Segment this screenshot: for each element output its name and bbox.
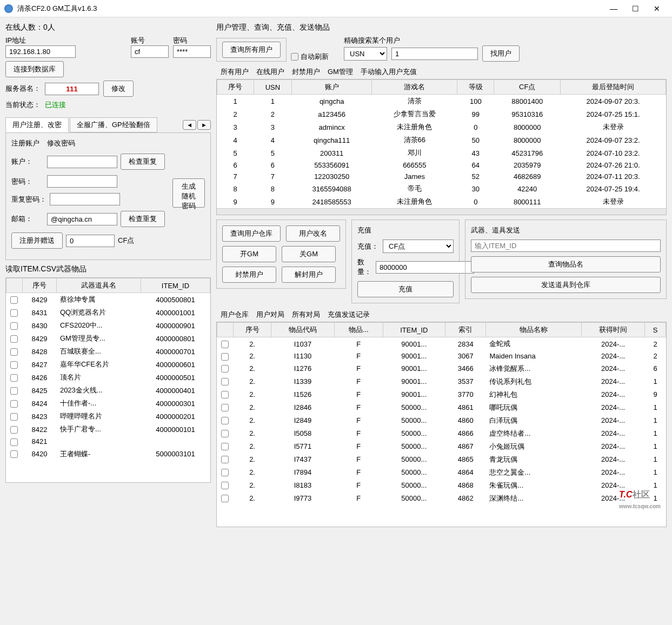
warehouse-row[interactable]: 2.I1130F90001...3067Maiden Insana2024-..…: [217, 350, 666, 362]
tab-prev-button[interactable]: ◄: [183, 120, 196, 130]
minimize-button[interactable]: —: [603, 1, 624, 16]
recharge-button[interactable]: 充值: [357, 281, 454, 297]
warehouse-tab[interactable]: 所有对局: [292, 310, 320, 320]
modify-button[interactable]: 修改: [103, 81, 134, 97]
row-checkbox[interactable]: [221, 341, 229, 348]
row-checkbox[interactable]: [221, 404, 229, 411]
warehouse-tab[interactable]: 用户对局: [256, 310, 284, 320]
close-button[interactable]: ✕: [646, 1, 668, 16]
warehouse-row[interactable]: 2.I9773F50000...4862深渊终结...2024-...1: [217, 492, 666, 505]
warehouse-row[interactable]: 2.I7437F50000...4865青龙玩偶2024-...1: [217, 453, 666, 466]
row-checkbox[interactable]: [221, 482, 229, 489]
close-gm-button[interactable]: 关GM: [282, 246, 336, 262]
user-tab[interactable]: 手动输入用户充值: [361, 67, 417, 77]
user-row[interactable]: 77122030250James5246826892024-07-11 20:3…: [217, 171, 666, 182]
auto-refresh-checkbox[interactable]: 自动刷新: [291, 52, 329, 62]
col-header[interactable]: S: [645, 323, 666, 337]
warehouse-row[interactable]: 2.I1037F90001...2834金蛇戒2024-...2: [217, 337, 666, 351]
subtab-register[interactable]: 注册账户: [11, 138, 39, 148]
password-input[interactable]: [173, 45, 211, 58]
warehouse-row[interactable]: 2.I7894F50000...4864悲空之翼金...2024-...1: [217, 466, 666, 479]
gen-pwd-button[interactable]: 生成随机密码: [172, 178, 205, 208]
query-all-users-button[interactable]: 查询所有用户: [222, 42, 281, 58]
warehouse-row[interactable]: 2.I5058F50000...4866虚空终结者...2024-...1: [217, 427, 666, 440]
user-tab[interactable]: GM管理: [328, 67, 353, 77]
row-checkbox[interactable]: [10, 309, 18, 317]
row-checkbox[interactable]: [221, 469, 229, 476]
server-input[interactable]: [45, 83, 99, 95]
warehouse-row[interactable]: 2.I2846F50000...4861哪吒玩偶2024-...1: [217, 401, 666, 414]
open-gm-button[interactable]: 开GM: [222, 246, 276, 262]
itemcsv-row[interactable]: 8428百城联赛全...4000000701: [6, 345, 210, 358]
warehouse-tab[interactable]: 充值发送记录: [328, 310, 370, 320]
col-header[interactable]: 物品名称: [486, 323, 582, 337]
itemcsv-row[interactable]: 8422快手广君专...4000000101: [6, 423, 210, 436]
col-header[interactable]: ITEM_ID: [383, 323, 445, 337]
row-checkbox[interactable]: [221, 365, 229, 373]
send-item-button[interactable]: 发送道具到仓库: [471, 277, 661, 293]
user-row[interactable]: 883165594088帝毛30422402024-07-25 19:4.: [217, 182, 666, 195]
row-checkbox[interactable]: [10, 400, 18, 408]
row-checkbox[interactable]: [221, 353, 229, 361]
col-header[interactable]: 物品...: [334, 323, 383, 337]
user-tab[interactable]: 所有用户: [221, 67, 249, 77]
row-checkbox[interactable]: [221, 456, 229, 463]
itemcsv-row[interactable]: 8426顶名片4000000501: [6, 371, 210, 384]
tab-register[interactable]: 用户注册、改密: [5, 117, 69, 132]
warehouse-row[interactable]: 2.I5771F50000...4867小兔姬玩偶2024-...1: [217, 440, 666, 453]
user-row[interactable]: 33admincx未注册角色08000000未登录: [217, 121, 666, 134]
search-input[interactable]: [391, 48, 478, 60]
qty-input[interactable]: [376, 261, 474, 274]
itemcsv-row[interactable]: 8429GM管理员专...4000000801: [6, 332, 210, 345]
find-user-button[interactable]: 找用户: [482, 45, 520, 62]
check-dup-email-button[interactable]: 检查重复: [121, 211, 165, 227]
warehouse-row[interactable]: 2.I1276F90001...3466冰锋觉醒系...2024-...6: [217, 362, 666, 375]
tab-broadcast[interactable]: 全服广播、GP经验翻倍: [70, 117, 157, 132]
itemcsv-row[interactable]: 8427嘉年华CFE名片4000000601: [6, 358, 210, 371]
warehouse-row[interactable]: 2.I2849F50000...4860白泽玩偶2024-...1: [217, 414, 666, 427]
user-row[interactable]: 11qingcha清茶100880014002024-09-07 20:3.: [217, 95, 666, 108]
itemcsv-row[interactable]: 8424十佳作者-...4000000301: [6, 397, 210, 410]
user-tab[interactable]: 在线用户: [256, 67, 284, 77]
itemcsv-row[interactable]: 8421: [6, 436, 210, 448]
rename-user-button[interactable]: 用户改名: [286, 225, 340, 242]
row-checkbox[interactable]: [10, 322, 18, 330]
ip-input[interactable]: [5, 45, 76, 58]
check-dup-account-button[interactable]: 检查重复: [121, 154, 165, 170]
row-checkbox[interactable]: [221, 495, 229, 502]
col-header[interactable]: 等级: [457, 80, 494, 95]
row-checkbox[interactable]: [221, 430, 229, 437]
row-checkbox[interactable]: [10, 374, 18, 382]
col-header[interactable]: 账户: [292, 80, 372, 95]
col-header[interactable]: ITEM_ID: [141, 278, 210, 293]
item-id-input[interactable]: [471, 240, 661, 252]
user-tab[interactable]: 封禁用户: [292, 67, 320, 77]
col-header[interactable]: 序号: [217, 80, 254, 95]
itemcsv-row[interactable]: 8430CFS2020中...4000000901: [6, 319, 210, 332]
row-checkbox[interactable]: [10, 413, 18, 421]
reg-email-input[interactable]: [47, 213, 117, 225]
col-header[interactable]: 获得时间: [582, 323, 645, 337]
recharge-type-select[interactable]: CF点: [383, 240, 454, 253]
row-checkbox[interactable]: [221, 378, 229, 385]
warehouse-row[interactable]: 2.I1339F90001...3537传说系列礼包2024-...1: [217, 375, 666, 388]
warehouse-tab[interactable]: 用户仓库: [221, 310, 249, 320]
row-checkbox[interactable]: [10, 361, 18, 369]
subtab-changepwd[interactable]: 修改密码: [47, 138, 75, 148]
user-row[interactable]: 44qingcha111清茶665080000002024-09-07 23:2…: [217, 134, 666, 147]
connect-db-button[interactable]: 连接到数据库: [5, 61, 64, 77]
reg-account-input[interactable]: [47, 156, 117, 168]
col-header[interactable]: 武器道具名: [56, 278, 141, 293]
row-checkbox[interactable]: [221, 417, 229, 424]
row-checkbox[interactable]: [221, 443, 229, 450]
row-checkbox[interactable]: [221, 391, 229, 398]
users-scrollbar[interactable]: [217, 208, 666, 215]
tab-next-button[interactable]: ►: [197, 120, 211, 130]
col-header[interactable]: 最后登陆时间: [561, 80, 666, 95]
row-checkbox[interactable]: [10, 438, 18, 446]
user-row[interactable]: 992418585553未注册角色08000111未登录: [217, 195, 666, 208]
itemcsv-row[interactable]: 8423哔哩哔哩名片4000000201: [6, 410, 210, 423]
col-header[interactable]: 索引: [445, 323, 486, 337]
unban-user-button[interactable]: 解封用户: [282, 267, 336, 283]
row-checkbox[interactable]: [10, 450, 18, 458]
